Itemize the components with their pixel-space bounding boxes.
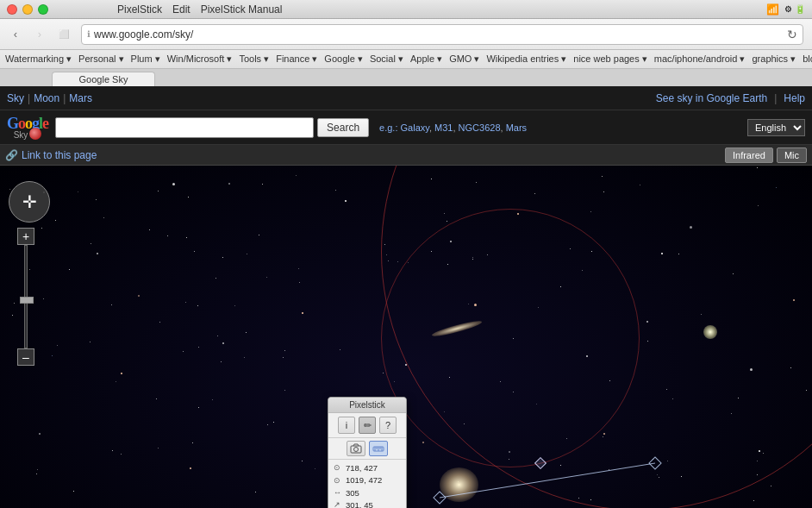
close-button[interactable] xyxy=(7,4,17,15)
example-m31[interactable]: M31 xyxy=(434,122,453,133)
sky-link-bar: 🔗 Link to this page Infrared Mic xyxy=(0,145,812,166)
star-30 xyxy=(39,433,41,435)
star-rand-24 xyxy=(222,342,224,344)
star-11 xyxy=(138,295,140,297)
forward-button[interactable]: › xyxy=(29,25,50,44)
sky-header: Sky | Moon | Mars See sky in Google Eart… xyxy=(0,86,812,110)
zoom-out-button[interactable]: – xyxy=(17,348,34,366)
star-rand-52 xyxy=(36,474,37,474)
star-rand-104 xyxy=(212,399,213,400)
zoom-thumb[interactable] xyxy=(20,297,34,304)
bookmark-mac[interactable]: mac/iphone/android ▾ xyxy=(654,53,746,65)
ps-width: ↔ 305 xyxy=(334,487,401,499)
address-bar[interactable] xyxy=(94,28,784,41)
camera-icon-button[interactable] xyxy=(347,441,365,456)
pan-arrows-icon: ✛ xyxy=(22,193,37,210)
bookmark-gmo[interactable]: GMO ▾ xyxy=(449,53,479,65)
star-rand-87 xyxy=(273,422,274,423)
example-ngc3628[interactable]: NGC3628 xyxy=(459,122,501,133)
bookmark-blogging[interactable]: blogging ▾ xyxy=(803,53,812,65)
window-controls[interactable] xyxy=(7,4,48,15)
star-rand-55 xyxy=(771,486,771,486)
page-button[interactable]: ⬜ xyxy=(53,25,74,44)
bright-star-right xyxy=(703,325,717,339)
star-rand-105 xyxy=(198,407,199,408)
star-rand-82 xyxy=(9,189,10,190)
bookmark-niceweb[interactable]: nice web pages ▾ xyxy=(573,53,647,65)
titlebar: PixelStick Edit PixelStick Manual 📶 ⚙ 🔋 xyxy=(0,0,812,19)
star-33 xyxy=(267,424,268,425)
zoom-track[interactable] xyxy=(24,245,28,348)
star-rand-68 xyxy=(183,351,184,352)
star-rand-108 xyxy=(37,469,38,470)
wifi-icon: 📶 xyxy=(766,3,779,16)
bookmark-finance[interactable]: Finance ▾ xyxy=(276,53,317,65)
bookmark-google[interactable]: Google ▾ xyxy=(324,53,363,65)
nav-moon[interactable]: Moon xyxy=(34,92,59,104)
star-rand-67 xyxy=(188,197,189,198)
google-logo-sky: Sky xyxy=(14,129,42,140)
star-rand-7 xyxy=(167,235,168,236)
info-toolbar-button[interactable]: i xyxy=(338,417,355,434)
pencil-toolbar-button[interactable]: ✏ xyxy=(359,417,376,434)
bookmark-graphics[interactable]: graphics ▾ xyxy=(752,53,796,65)
pan-control[interactable]: ✛ xyxy=(9,181,50,223)
star-rand-3 xyxy=(78,191,78,192)
edit-menu[interactable]: Edit xyxy=(172,3,191,16)
star-3 xyxy=(259,235,259,235)
bookmark-wikipedia[interactable]: Wikipedia entries ▾ xyxy=(486,53,566,65)
ps-cursor-pos: ⊙ 718, 427 xyxy=(334,462,401,474)
star-map[interactable]: ✛ + – Pixelstick i xyxy=(0,166,812,508)
see-sky-in-earth-link[interactable]: See sky in Google Earth xyxy=(656,92,767,104)
bookmark-tools[interactable]: Tools ▾ xyxy=(239,53,269,65)
nav-sky[interactable]: Sky xyxy=(7,92,24,104)
example-galaxy[interactable]: Galaxy xyxy=(401,122,429,133)
pos-angle-icon: ↗ xyxy=(334,499,344,508)
star-rand-75 xyxy=(116,381,116,382)
reload-button[interactable]: ↻ xyxy=(787,28,797,41)
pixelstick-title: Pixelstick xyxy=(328,398,406,413)
info-icon: ℹ xyxy=(87,29,91,39)
bookmark-watermarking[interactable]: Watermarking ▾ xyxy=(5,53,72,65)
star-rand-17 xyxy=(159,322,160,323)
nav-mars[interactable]: Mars xyxy=(69,92,92,104)
star-rand-80 xyxy=(156,398,157,399)
zoom-in-button[interactable]: + xyxy=(17,228,34,245)
cursor-icon: ⊙ xyxy=(334,462,344,474)
sky-header-right: See sky in Google Earth | Help xyxy=(656,92,805,104)
infrared-button[interactable]: Infrared xyxy=(725,147,773,163)
maximize-button[interactable] xyxy=(38,4,48,15)
language-select[interactable]: English xyxy=(747,119,805,136)
sky-search-input[interactable] xyxy=(55,117,314,138)
bookmark-plum[interactable]: Plum ▾ xyxy=(131,53,160,65)
star-rand-21 xyxy=(383,373,384,373)
back-button[interactable]: ‹ xyxy=(5,25,26,44)
star-rand-11 xyxy=(185,302,186,303)
bookmarks-bar: Watermarking ▾ Personal ▾ Plum ▾ Win/Mic… xyxy=(0,50,812,69)
example-mars[interactable]: Mars xyxy=(506,122,527,133)
nav-sep-1: | xyxy=(28,92,30,104)
link-to-page[interactable]: Link to this page xyxy=(22,149,97,161)
help-link[interactable]: Help xyxy=(784,92,805,104)
tab-google-sky[interactable]: Google Sky xyxy=(52,72,155,86)
bookmark-personal[interactable]: Personal ▾ xyxy=(78,53,123,65)
width-icon: ↔ xyxy=(334,487,344,499)
star-rand-64 xyxy=(234,305,235,306)
star-34 xyxy=(422,442,424,443)
bookmark-apple[interactable]: Apple ▾ xyxy=(410,53,442,65)
bookmark-winmicrosoft[interactable]: Win/Microsoft ▾ xyxy=(167,53,233,65)
star-rand-73 xyxy=(55,220,56,221)
microwave-button[interactable]: Mic xyxy=(777,147,807,163)
bookmark-social[interactable]: Social ▾ xyxy=(370,53,403,65)
ruler-icon-button[interactable] xyxy=(369,441,388,456)
help-toolbar-button[interactable]: ? xyxy=(379,417,397,434)
minimize-button[interactable] xyxy=(22,4,33,15)
ps-screen-pos: ⊙ 1019, 472 xyxy=(334,474,401,486)
sky-search-button[interactable]: Search xyxy=(317,118,369,137)
titlebar-menu: PixelStick Edit PixelStick Manual xyxy=(117,3,282,16)
width-value: 305 xyxy=(346,487,359,499)
manual-menu[interactable]: PixelStick Manual xyxy=(201,3,283,16)
screen-pos-value: 1019, 472 xyxy=(346,474,382,486)
google-logo: Google Sky xyxy=(7,115,48,140)
pixelstick-popup: Pixelstick i ✏ ? ⊙ 718, 427 xyxy=(328,397,407,508)
